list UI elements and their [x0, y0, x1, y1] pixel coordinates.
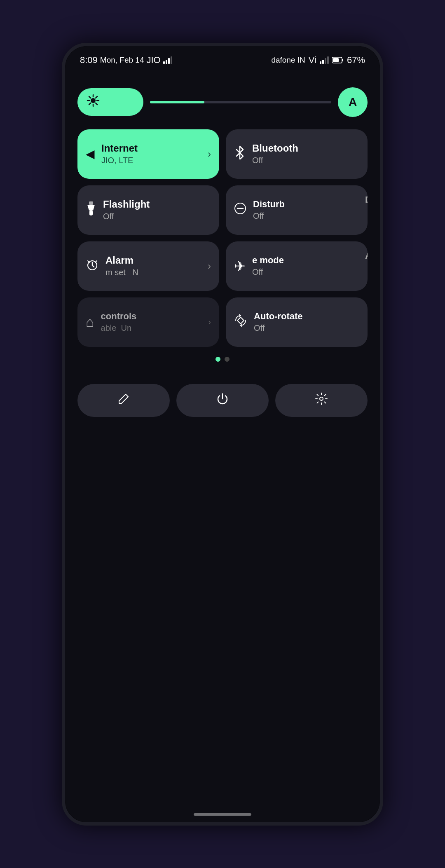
phone-outer: 8:09 Mon, Feb 14 JIO dafone IN Vi [62, 43, 383, 826]
homecontrols-icon: ⌂ [86, 314, 94, 330]
status-left: 8:09 Mon, Feb 14 JIO [80, 55, 172, 66]
svg-rect-9 [342, 59, 343, 61]
svg-rect-0 [163, 61, 165, 64]
disturb-partial-label: D [365, 194, 368, 205]
brightness-row: A [77, 87, 368, 117]
svg-rect-6 [325, 58, 326, 64]
signal1-icon [163, 56, 172, 64]
settings-icon [315, 392, 328, 408]
airplane-icon: ✈ [234, 258, 246, 274]
internet-title: Internet [101, 143, 201, 154]
dot-1 [215, 357, 220, 362]
flashlight-title: Flashlight [103, 199, 211, 210]
auto-brightness-button[interactable]: A [338, 87, 368, 117]
svg-rect-20 [89, 201, 93, 205]
svg-rect-10 [333, 58, 339, 62]
bluetooth-text: Bluetooth Off [252, 143, 359, 165]
svg-rect-3 [171, 56, 172, 64]
screen: 8:09 Mon, Feb 14 JIO dafone IN Vi [65, 46, 380, 822]
alarm-chevron-icon: › [208, 260, 211, 272]
bluetooth-subtitle: Off [252, 156, 359, 165]
svg-line-17 [96, 103, 97, 105]
time: 8:09 [80, 55, 98, 66]
internet-subtitle: JIO, LTE [101, 156, 201, 165]
internet-icon: ◀ [86, 147, 95, 161]
flashlight-icon [86, 201, 96, 219]
carrier2: dafone IN [271, 56, 305, 65]
alarm-subtitle: m set N [105, 268, 201, 277]
airplane-title: e mode [252, 255, 359, 266]
internet-chevron-icon: › [208, 148, 211, 160]
alarm-tile[interactable]: Alarm m set N › [77, 241, 219, 291]
brightness-pill[interactable] [77, 88, 143, 116]
airplane-text: e mode Off [252, 255, 359, 277]
edit-icon [117, 393, 130, 408]
autorotate-title: Auto-rotate [254, 311, 359, 322]
flashlight-text: Flashlight Off [103, 199, 211, 221]
battery-percent: 67% [347, 55, 365, 66]
bluetooth-title: Bluetooth [252, 143, 359, 154]
svg-rect-2 [168, 58, 170, 64]
carrier3: Vi [309, 55, 316, 66]
homecontrols-tile[interactable]: ⌂ controls able Un › [77, 297, 219, 347]
svg-point-11 [91, 98, 96, 103]
carrier1: JIO [147, 55, 161, 66]
homecontrols-subtitle: able Un [101, 323, 202, 333]
tiles-grid: ◀ Internet JIO, LTE › Bluetoot [77, 129, 368, 347]
power-button[interactable] [176, 384, 269, 417]
homecontrols-text: controls able Un [101, 311, 202, 333]
svg-rect-1 [166, 60, 167, 64]
bluetooth-tile[interactable]: Bluetooth Off [226, 129, 368, 179]
homecontrols-title: controls [101, 311, 202, 322]
internet-tile[interactable]: ◀ Internet JIO, LTE › [77, 129, 219, 179]
homecontrols-chevron-icon: › [208, 317, 211, 327]
svg-rect-5 [322, 60, 324, 64]
brightness-sun-icon [87, 94, 100, 110]
bottom-buttons [65, 384, 380, 425]
bluetooth-icon [234, 145, 246, 163]
status-bar: 8:09 Mon, Feb 14 JIO dafone IN Vi [65, 46, 380, 71]
svg-line-19 [89, 103, 91, 105]
airplane-partial-label: A [365, 250, 368, 261]
settings-button[interactable] [275, 384, 368, 417]
flashlight-subtitle: Off [103, 212, 211, 221]
signal2-icon [320, 56, 329, 64]
disturb-title: Disturb [253, 199, 359, 210]
alarm-text: Alarm m set N [105, 255, 201, 277]
autorotate-text: Auto-rotate Off [254, 311, 359, 333]
alarm-icon [86, 258, 99, 274]
auto-brightness-icon: A [349, 96, 357, 109]
battery-icon [332, 56, 344, 64]
svg-point-25 [320, 397, 323, 400]
edit-button[interactable] [77, 384, 170, 417]
internet-text: Internet JIO, LTE [101, 143, 201, 165]
power-icon [216, 392, 229, 408]
svg-rect-7 [327, 56, 329, 64]
quick-settings-content: A ◀ Internet JIO, LTE › [65, 71, 380, 384]
autorotate-subtitle: Off [254, 323, 359, 333]
dot-2 [225, 357, 230, 362]
alarm-title: Alarm [105, 255, 201, 266]
autorotate-icon [234, 314, 247, 330]
svg-line-16 [89, 96, 91, 98]
brightness-slider[interactable] [150, 101, 331, 103]
flashlight-tile[interactable]: Flashlight Off [77, 185, 219, 235]
disturb-icon [234, 202, 246, 218]
page-dots [77, 357, 368, 362]
airplane-tile[interactable]: ✈ e mode Off A [226, 241, 368, 291]
home-indicator[interactable] [194, 813, 251, 816]
disturb-subtitle: Off [253, 211, 359, 221]
svg-rect-4 [320, 61, 321, 64]
svg-rect-21 [89, 211, 93, 215]
brightness-fill [150, 101, 204, 103]
status-right: dafone IN Vi 67% [271, 55, 365, 66]
airplane-subtitle: Off [252, 267, 359, 277]
disturb-tile[interactable]: Disturb Off D [226, 185, 368, 235]
date: Mon, Feb 14 [100, 56, 144, 65]
autorotate-tile[interactable]: Auto-rotate Off [226, 297, 368, 347]
disturb-text: Disturb Off [253, 199, 359, 221]
svg-line-18 [96, 96, 97, 98]
